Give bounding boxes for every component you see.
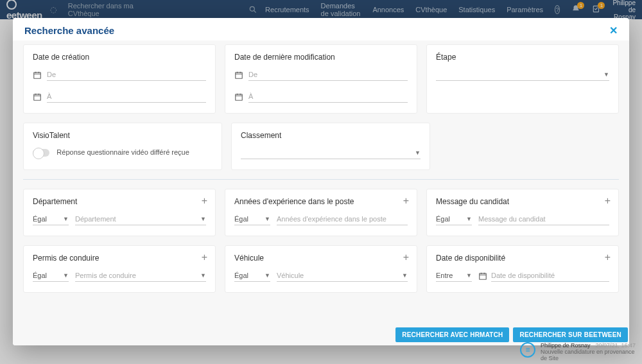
- chevron-down-icon: ▼: [402, 272, 408, 279]
- dispo-op-select[interactable]: Entre▼: [436, 270, 472, 282]
- empty-slot: [439, 123, 619, 170]
- card-title: Classement: [241, 131, 421, 140]
- creation-from-input[interactable]: [47, 69, 206, 81]
- creation-to-input[interactable]: [47, 91, 206, 103]
- card-date-modification: Date de dernière modification: [225, 44, 417, 114]
- svg-rect-4: [236, 73, 243, 78]
- background-notification: ≡ Philippe de Rosnay 20/07/21, 16:47 Nou…: [520, 342, 636, 361]
- chevron-down-icon: ▼: [415, 150, 421, 156]
- calendar-icon[interactable]: [33, 92, 42, 101]
- svg-rect-2: [34, 73, 41, 78]
- card-departement: + Département Égal▼ Département▼: [23, 189, 216, 236]
- svg-rect-3: [34, 94, 41, 100]
- calendar-icon[interactable]: [234, 92, 243, 101]
- footer-buttons: RECHERCHER AVEC HRMATCH RECHERCHER SUR B…: [395, 327, 628, 342]
- dispo-input[interactable]: [491, 270, 609, 282]
- vehicule-op-select[interactable]: Égal▼: [234, 270, 270, 282]
- experience-op-select[interactable]: Égal▼: [234, 214, 270, 225]
- modal-body: Date de création Date de dernière modifi…: [13, 40, 629, 345]
- chevron-down-icon: ▼: [466, 272, 472, 279]
- add-icon[interactable]: +: [605, 196, 611, 206]
- card-vehicule: + Véhicule Égal▼ Véhicule▼: [225, 245, 417, 293]
- message-input[interactable]: [478, 214, 609, 225]
- card-title: Date de disponibilité: [436, 254, 609, 263]
- departement-value-select[interactable]: Département▼: [75, 214, 206, 225]
- modification-to-input[interactable]: [248, 91, 408, 103]
- chevron-down-icon: ▼: [63, 272, 69, 279]
- notif-timestamp: 20/07/21, 16:47: [595, 342, 636, 349]
- visiotalent-switch-label: Réponse questionnaire vidéo différé reçu…: [56, 148, 189, 156]
- card-date-creation: Date de création: [23, 44, 216, 114]
- card-title: Date de dernière modification: [234, 53, 408, 62]
- calendar-icon[interactable]: [234, 71, 243, 80]
- message-op-select[interactable]: Égal▼: [436, 214, 472, 225]
- card-title: Date de création: [33, 53, 206, 62]
- modal-title: Recherche avancée: [24, 25, 114, 36]
- permis-op-select[interactable]: Égal▼: [33, 270, 69, 282]
- card-title: Message du candidat: [436, 197, 609, 206]
- modal-overlay: Recherche avancée ✕ Date de création: [0, 0, 642, 364]
- chevron-down-icon: ▼: [466, 216, 472, 222]
- calendar-icon[interactable]: [33, 71, 42, 80]
- card-message: + Message du candidat Égal▼: [426, 189, 619, 236]
- card-visiotalent: VisioTalent Réponse questionnaire vidéo …: [23, 123, 222, 170]
- notification-avatar-icon: ≡: [520, 342, 535, 358]
- permis-value-select[interactable]: Permis de conduire▼: [75, 270, 206, 282]
- chevron-down-icon: ▼: [200, 216, 206, 222]
- advanced-search-modal: Recherche avancée ✕ Date de création: [13, 18, 629, 345]
- chevron-down-icon: ▼: [603, 71, 609, 78]
- chevron-down-icon: ▼: [63, 216, 69, 222]
- search-hrmatch-button[interactable]: RECHERCHER AVEC HRMATCH: [395, 327, 509, 342]
- calendar-icon[interactable]: [478, 272, 487, 281]
- add-icon[interactable]: +: [605, 252, 611, 263]
- close-icon[interactable]: ✕: [609, 24, 618, 37]
- notif-name: Philippe de Rosnay: [541, 342, 591, 349]
- section-divider: [23, 179, 619, 180]
- classement-select[interactable]: ▼: [241, 148, 421, 159]
- chevron-down-icon: ▼: [200, 272, 206, 279]
- add-icon[interactable]: +: [403, 196, 409, 206]
- card-title: Années d'expérience dans le poste: [234, 197, 408, 206]
- card-title: Véhicule: [234, 254, 408, 263]
- card-experience: + Années d'expérience dans le poste Égal…: [225, 189, 417, 236]
- card-title: VisioTalent: [33, 131, 213, 140]
- visiotalent-switch[interactable]: [33, 149, 49, 157]
- card-title: Département: [33, 197, 206, 206]
- card-etape: Étape ▼: [426, 44, 619, 114]
- add-icon[interactable]: +: [202, 252, 207, 263]
- experience-input[interactable]: [277, 214, 408, 225]
- departement-op-select[interactable]: Égal▼: [33, 214, 69, 225]
- chevron-down-icon: ▼: [265, 216, 270, 222]
- vehicule-value-select[interactable]: Véhicule▼: [277, 270, 408, 282]
- card-classement: Classement ▼: [231, 123, 430, 170]
- svg-rect-6: [480, 273, 487, 279]
- search-beetween-button[interactable]: RECHERCHER SUR BEETWEEN: [513, 327, 628, 342]
- modification-from-input[interactable]: [248, 69, 408, 81]
- svg-rect-5: [236, 94, 243, 100]
- modal-header: Recherche avancée ✕: [13, 18, 629, 40]
- card-title: Permis de conduire: [33, 254, 206, 263]
- add-icon[interactable]: +: [403, 252, 409, 263]
- card-title: Étape: [436, 53, 609, 62]
- card-permis: + Permis de conduire Égal▼ Permis de con…: [23, 245, 216, 293]
- chevron-down-icon: ▼: [265, 272, 270, 279]
- etape-select[interactable]: ▼: [436, 69, 609, 81]
- add-icon[interactable]: +: [202, 196, 207, 206]
- notif-text: Nouvelle candidature en provenance de Si…: [541, 349, 636, 361]
- card-dispo: + Date de disponibilité Entre▼: [426, 245, 619, 293]
